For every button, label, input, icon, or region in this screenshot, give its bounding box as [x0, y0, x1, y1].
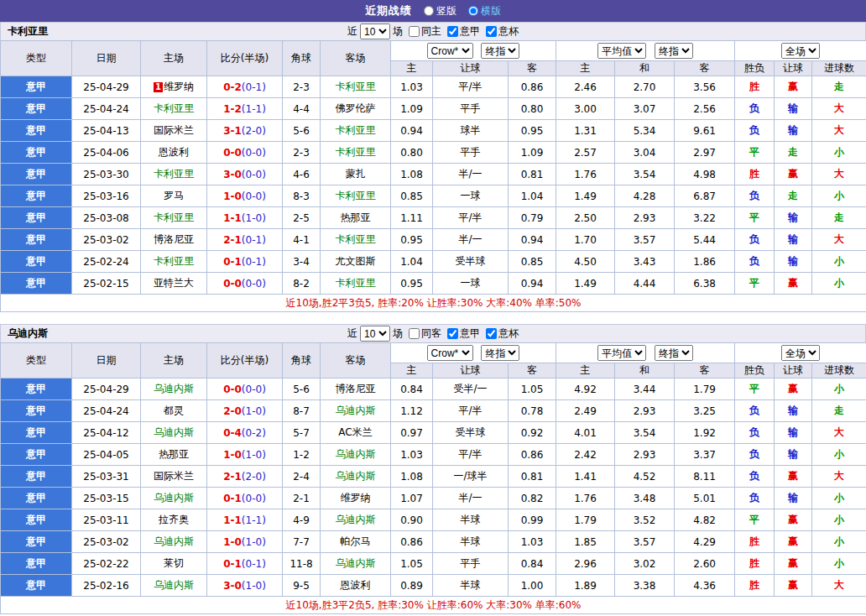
home-team-cell[interactable]: 莱切 [141, 553, 207, 575]
score-cell[interactable]: 0-1(0-0) [207, 488, 283, 509]
home-team-cell[interactable]: 乌迪内斯 [141, 488, 207, 509]
score-cell[interactable]: 1-0(1-0) [207, 444, 283, 466]
home-team-cell[interactable]: 卡利亚里 [141, 164, 207, 185]
league-checkbox[interactable]: 意甲 [447, 24, 480, 39]
home-team-cell[interactable]: 国际米兰 [141, 466, 207, 488]
score-cell[interactable]: 1-0(0-0) [207, 185, 283, 207]
cup-checkbox[interactable]: 意杯 [486, 24, 519, 39]
score-cell[interactable]: 3-1(2-0) [207, 120, 283, 142]
home-team-cell[interactable]: 卡利亚里 [141, 251, 207, 273]
away-team-cell[interactable]: 恩波利 [321, 575, 391, 597]
score-cell[interactable]: 0-4(0-2) [207, 422, 283, 444]
away-team-cell[interactable]: 博洛尼亚 [321, 378, 391, 400]
away-team-cell[interactable]: 佛罗伦萨 [321, 98, 391, 120]
home-team-cell[interactable]: 卡利亚里 [141, 98, 207, 120]
home-team-name[interactable]: 乌迪内斯 [154, 492, 194, 504]
away-team-cell[interactable]: 乌迪内斯 [321, 444, 391, 466]
average-final-select[interactable]: 终指 [655, 43, 693, 59]
home-team-name[interactable]: 乌迪内斯 [154, 426, 194, 438]
score-cell[interactable]: 0-1(0-1) [207, 251, 283, 273]
away-team-cell[interactable]: 尤文图斯 [321, 251, 391, 273]
home-team-cell[interactable]: 博洛尼亚 [141, 229, 207, 251]
home-team-name[interactable]: 罗马 [164, 190, 184, 201]
cup-input[interactable] [486, 328, 497, 339]
home-team-cell[interactable]: 恩波利 [141, 142, 207, 164]
away-team-cell[interactable]: 乌迪内斯 [321, 553, 391, 575]
away-team-cell[interactable]: 帕尔马 [321, 531, 391, 553]
away-team-name[interactable]: 蒙扎 [346, 168, 366, 180]
away-team-name[interactable]: 卡利亚里 [336, 190, 376, 201]
score-cell[interactable]: 0-0(0-0) [207, 273, 283, 295]
home-team-cell[interactable]: 都灵 [141, 400, 207, 422]
home-team-cell[interactable]: 罗马 [141, 185, 207, 207]
same-venue-input[interactable] [409, 328, 420, 339]
cup-input[interactable] [486, 26, 497, 37]
home-team-cell[interactable]: 拉齐奥 [141, 509, 207, 531]
home-team-cell[interactable]: 乌迪内斯 [141, 575, 207, 597]
away-team-cell[interactable]: 卡利亚里 [321, 120, 391, 142]
score-cell[interactable]: 2-1(0-1) [207, 229, 283, 251]
away-team-cell[interactable]: 乌迪内斯 [321, 466, 391, 488]
away-team-name[interactable]: 帕尔马 [341, 535, 371, 547]
score-cell[interactable]: 1-1(1-0) [207, 207, 283, 229]
view-option-vertical[interactable]: 竖版 [424, 4, 456, 18]
home-team-name[interactable]: 卡利亚里 [154, 211, 194, 223]
away-team-name[interactable]: AC米兰 [338, 426, 372, 438]
home-team-name[interactable]: 国际米兰 [154, 470, 194, 482]
home-team-name[interactable]: 卡利亚里 [154, 255, 194, 267]
home-team-cell[interactable]: 卡利亚里 [141, 207, 207, 229]
view-option-horizontal[interactable]: 横版 [468, 4, 501, 18]
home-team-cell[interactable]: 乌迪内斯 [141, 378, 207, 400]
home-team-cell[interactable]: 国际米兰 [141, 120, 207, 142]
score-cell[interactable]: 2-1(2-0) [207, 466, 283, 488]
home-team-name[interactable]: 博洛尼亚 [154, 233, 194, 245]
horizontal-view-radio[interactable] [468, 6, 478, 16]
average-select[interactable]: 平均值 [597, 43, 646, 59]
away-team-cell[interactable]: 卡利亚里 [321, 273, 391, 295]
score-cell[interactable]: 1-0(1-0) [207, 531, 283, 553]
home-team-name[interactable]: 莱切 [164, 557, 184, 569]
league-checkbox[interactable]: 意甲 [447, 326, 480, 341]
away-team-cell[interactable]: AC米兰 [321, 422, 391, 444]
bookmaker-select[interactable]: Crow* [427, 345, 473, 361]
away-team-name[interactable]: 乌迪内斯 [336, 557, 376, 569]
away-team-name[interactable]: 乌迪内斯 [336, 470, 376, 482]
home-team-name[interactable]: 国际米兰 [154, 124, 194, 136]
same-venue-checkbox[interactable]: 同客 [409, 326, 441, 341]
recent-count-select[interactable]: 10 [360, 326, 390, 342]
same-venue-input[interactable] [409, 26, 420, 37]
score-cell[interactable]: 0-2(0-1) [207, 76, 283, 98]
score-cell[interactable]: 1-2(1-1) [207, 98, 283, 120]
away-team-name[interactable]: 卡利亚里 [336, 124, 376, 136]
score-cell[interactable]: 0-0(0-0) [207, 142, 283, 164]
home-team-name[interactable]: 恩波利 [159, 146, 189, 158]
away-team-name[interactable]: 乌迪内斯 [336, 448, 376, 460]
recent-count-select[interactable]: 10 [360, 23, 390, 39]
away-team-name[interactable]: 卡利亚里 [336, 81, 376, 92]
away-team-cell[interactable]: 维罗纳 [321, 488, 391, 509]
away-team-cell[interactable]: 热那亚 [321, 207, 391, 229]
home-team-name[interactable]: 都灵 [164, 405, 184, 416]
away-team-name[interactable]: 乌迪内斯 [336, 514, 376, 525]
away-team-name[interactable]: 热那亚 [341, 211, 371, 223]
away-team-name[interactable]: 卡利亚里 [336, 233, 376, 245]
away-team-cell[interactable]: 卡利亚里 [321, 229, 391, 251]
home-team-cell[interactable]: 热那亚 [141, 444, 207, 466]
home-team-name[interactable]: 乌迪内斯 [154, 579, 194, 591]
home-team-cell[interactable]: 亚特兰大 [141, 273, 207, 295]
away-team-name[interactable]: 佛罗伦萨 [336, 102, 376, 114]
score-cell[interactable]: 2-0(1-0) [207, 400, 283, 422]
away-team-cell[interactable]: 乌迪内斯 [321, 509, 391, 531]
home-team-name[interactable]: 热那亚 [159, 448, 189, 460]
home-team-name[interactable]: 乌迪内斯 [154, 383, 194, 394]
bookmaker-select[interactable]: Crow* [427, 43, 473, 59]
score-cell[interactable]: 0-1(0-1) [207, 553, 283, 575]
away-team-cell[interactable]: 卡利亚里 [321, 142, 391, 164]
score-cell[interactable]: 3-0(0-0) [207, 164, 283, 185]
score-cell[interactable]: 3-0(1-0) [207, 575, 283, 597]
score-cell[interactable]: 0-0(0-0) [207, 378, 283, 400]
score-cell[interactable]: 1-1(1-1) [207, 509, 283, 531]
home-team-name[interactable]: 卡利亚里 [154, 102, 194, 114]
league-input[interactable] [447, 26, 458, 37]
bookmaker-final-select[interactable]: 终指 [481, 43, 519, 59]
